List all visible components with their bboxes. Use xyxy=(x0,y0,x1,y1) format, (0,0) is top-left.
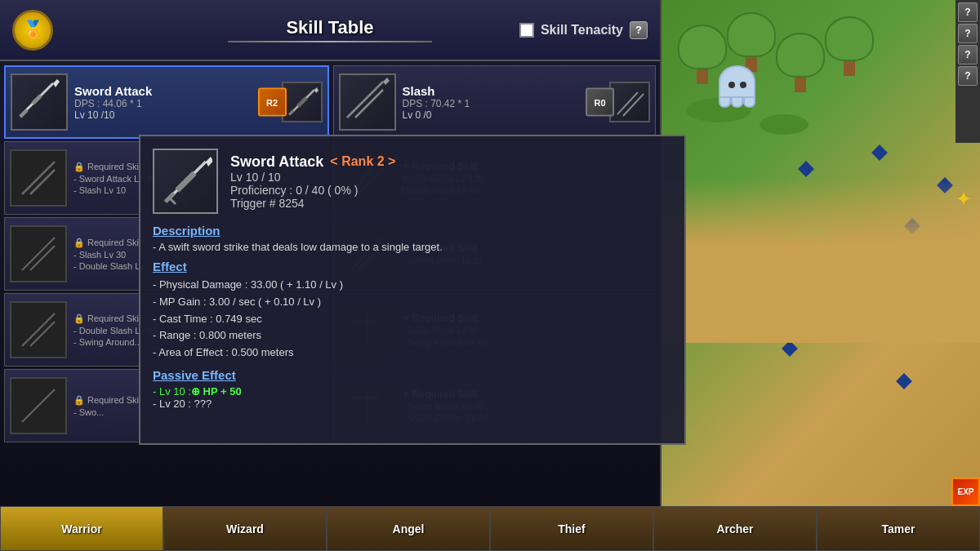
char-tab-wizard[interactable]: Wizard xyxy=(163,506,327,551)
char-tab-warrior-label: Warrior xyxy=(61,522,101,535)
diamond-3 xyxy=(904,218,920,234)
green-circle xyxy=(768,229,849,310)
tree-3 xyxy=(776,33,825,90)
char-tab-archer-label: Archer xyxy=(716,522,753,535)
svg-line-17 xyxy=(22,238,55,270)
page-title: Skill Table xyxy=(228,17,432,38)
detail-panel: Sword Attack < Rank 2 > Lv 10 / 10 Profi… xyxy=(139,135,686,445)
diamond-2 xyxy=(871,144,888,161)
lock-info-7: 🔒 Required Skill - Swo... xyxy=(74,395,143,417)
slash-rank: R0 xyxy=(586,88,614,117)
slash-name: Slash xyxy=(403,84,604,98)
tenacity-checkbox[interactable] xyxy=(519,23,534,38)
passive-lv10-row: - Lv 10 : ⊕ HP + 50 xyxy=(153,385,672,398)
lock-row-7b: - Swo... xyxy=(74,407,143,417)
passive-lv20-row: - Lv 20 : ??? xyxy=(153,398,672,410)
svg-line-32 xyxy=(169,198,176,204)
skill-tenacity-area: Skill Tenacity ? xyxy=(519,21,648,39)
char-tab-thief-label: Thief xyxy=(558,522,585,535)
effect-line-2: - MP Gain : 3.00 / sec ( + 0.10 / Lv ) xyxy=(153,294,672,311)
passive-hp-value: ⊕ HP + 50 xyxy=(191,385,242,398)
char-tab-warrior[interactable]: Warrior xyxy=(0,506,163,551)
svg-line-9 xyxy=(355,90,383,118)
effect-title: Effect xyxy=(153,260,672,273)
sidebar-btn-4[interactable]: ? xyxy=(958,66,978,86)
slash-dps: DPS : 70.42 * 1 xyxy=(403,98,604,109)
svg-line-8 xyxy=(347,82,383,118)
skill-header: 🏅 Skill Table Skill Tenacity ? xyxy=(0,0,660,61)
effect-line-4: - Range : 0.800 meters xyxy=(153,327,672,344)
tree-2 xyxy=(727,12,776,69)
sidebar-btn-2[interactable]: ? xyxy=(958,24,978,43)
sword-attack-card[interactable]: Sword Attack DPS : 44.06 * 1 Lv 10 /10 R… xyxy=(4,65,329,139)
diamond-4 xyxy=(937,177,953,193)
locked-icon-3 xyxy=(10,225,67,282)
svg-marker-29 xyxy=(206,157,212,167)
svg-line-2 xyxy=(33,96,41,104)
ghost-1 xyxy=(719,65,755,110)
diamond-5 xyxy=(782,340,798,357)
passive-lv10-label: - Lv 10 : xyxy=(153,385,191,398)
locked-icon-1 xyxy=(10,149,67,207)
detail-skill-trigger: Trigger # 8254 xyxy=(230,197,395,210)
description-title: Description xyxy=(153,224,672,238)
diamond-1 xyxy=(798,161,814,177)
effect-line-3: - Cast Time : 0.749 sec xyxy=(153,311,672,328)
svg-line-21 xyxy=(22,313,55,346)
detail-skill-proficiency: Proficiency : 0 / 40 ( 0% ) xyxy=(230,184,395,197)
game-world: ✦ xyxy=(662,0,980,506)
exp-label: EXP xyxy=(957,487,973,496)
char-tab-angel[interactable]: Angel xyxy=(327,506,490,551)
effect-line-5: - Area of Effect : 0.500 meters xyxy=(153,344,672,362)
tree-4 xyxy=(825,16,874,73)
diamond-7 xyxy=(945,324,961,340)
detail-skill-icon xyxy=(153,149,218,214)
sword-attack-thumb xyxy=(282,82,323,122)
slash-info: Slash DPS : 70.42 * 1 Lv 0 /0 xyxy=(403,84,604,121)
char-tab-archer[interactable]: Archer xyxy=(653,506,817,551)
passive-effect-title: Passive Effect xyxy=(153,368,672,382)
sword-game-icon xyxy=(829,251,834,280)
sword-attack-name: Sword Attack xyxy=(74,84,275,98)
grass-2 xyxy=(760,114,808,135)
detail-skill-name: Sword Attack xyxy=(230,153,323,171)
sidebar-btn-1[interactable]: ? xyxy=(958,2,978,22)
svg-marker-10 xyxy=(383,78,390,85)
diamond-8 xyxy=(684,259,700,275)
char-bar: Warrior Wizard Angel Thief Archer Tamer xyxy=(0,506,980,551)
shield-game-icon xyxy=(799,256,823,284)
char-tab-tamer[interactable]: Tamer xyxy=(817,506,980,551)
detail-header: Sword Attack < Rank 2 > Lv 10 / 10 Profi… xyxy=(153,149,672,214)
gold-badge: 🏅 xyxy=(12,10,53,51)
svg-line-30 xyxy=(177,173,194,190)
slash-icon xyxy=(339,73,396,131)
effect-list: - Physical Damage : 33.00 ( + 1.10 / Lv … xyxy=(153,277,672,362)
tenacity-help-button[interactable]: ? xyxy=(630,21,648,39)
diamond-6 xyxy=(896,373,912,389)
skill-row-top: Sword Attack DPS : 44.06 * 1 Lv 10 /10 R… xyxy=(4,65,656,139)
svg-line-6 xyxy=(298,98,306,106)
sword-attack-icon xyxy=(11,73,68,131)
exp-icon: EXP xyxy=(951,478,980,506)
char-tab-angel-label: Angel xyxy=(393,522,425,535)
description-text: - A swift sword strike that deals low da… xyxy=(153,241,672,253)
sword-attack-rank: R2 xyxy=(258,88,287,117)
detail-title-area: Sword Attack < Rank 2 > Lv 10 / 10 Profi… xyxy=(230,149,395,214)
slash-card[interactable]: Slash DPS : 70.42 * 1 Lv 0 /0 R0 xyxy=(333,65,657,139)
char-tab-wizard-label: Wizard xyxy=(226,522,264,535)
locked-icon-7 xyxy=(10,377,67,434)
char-tab-thief[interactable]: Thief xyxy=(490,506,653,551)
header-title-area: Skill Table xyxy=(228,17,432,42)
locked-icon-5 xyxy=(10,301,67,358)
effect-line-1: - Physical Damage : 33.00 ( + 1.10 / Lv … xyxy=(153,277,672,294)
sidebar-btn-3[interactable]: ? xyxy=(958,45,978,64)
sword-attack-dps: DPS : 44.06 * 1 xyxy=(74,98,275,109)
svg-marker-1 xyxy=(53,79,60,87)
svg-rect-7 xyxy=(287,109,294,116)
svg-line-13 xyxy=(22,162,55,194)
lock-row-7a: 🔒 Required Skill xyxy=(74,395,143,406)
sword-attack-lv: Lv 10 /10 xyxy=(74,109,275,121)
svg-line-25 xyxy=(22,389,55,422)
slash-lv: Lv 0 /0 xyxy=(403,109,604,121)
char-tab-tamer-label: Tamer xyxy=(882,522,915,535)
